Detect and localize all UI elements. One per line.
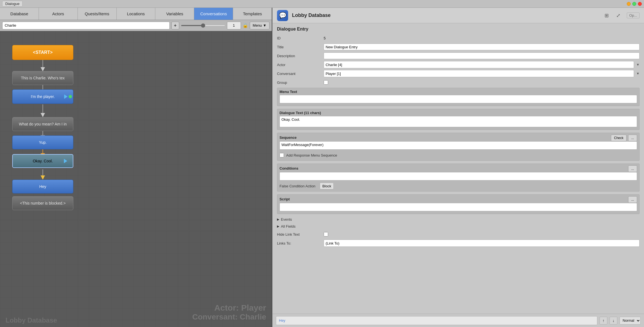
dialogue-text-section: Dialogue Text (11 chars) Okay. Cool. xyxy=(277,109,640,130)
description-input[interactable] xyxy=(324,52,640,59)
scroll-up-btn[interactable]: ↑ xyxy=(600,317,607,325)
field-id: ID 5 xyxy=(277,34,640,42)
bottom-text-field[interactable]: Hey xyxy=(276,316,597,325)
header-icons: ⊞ ⤢ xyxy=(602,11,623,20)
false-condition-row: False Condition Action Block xyxy=(279,182,637,190)
field-title: Title xyxy=(277,43,640,51)
sequence-extra-btn[interactable]: ... xyxy=(628,135,637,141)
tab-conversations[interactable]: Conversations xyxy=(194,8,233,20)
actor-label: Actor xyxy=(277,63,321,67)
indicator-icon-2 xyxy=(64,159,67,163)
app-title: Lobby Database xyxy=(292,12,598,18)
dialogue-canvas[interactable]: ★ <START> This is Charlie. Who's tex I'm… xyxy=(0,31,272,327)
main-container: Database Actors Quests/Items Locations V… xyxy=(0,8,644,327)
indicator-icon xyxy=(64,94,68,99)
hide-link-text-row: Hide Link Text xyxy=(277,231,640,238)
false-condition-label: False Condition Action xyxy=(279,184,315,188)
all-fields-arrow-icon: ▶ xyxy=(277,225,279,228)
field-actor: Actor Charlie [4] ▼ xyxy=(277,61,640,68)
tab-database[interactable]: Database xyxy=(0,8,39,20)
close-btn[interactable] xyxy=(638,2,642,6)
svg-marker-9 xyxy=(41,113,45,117)
svg-marker-7 xyxy=(41,67,45,71)
node-player-4[interactable]: Yup. xyxy=(12,135,73,149)
tab-bar: Database Actors Quests/Items Locations V… xyxy=(0,8,272,20)
sequence-input[interactable]: WaitForMessage(Forever) xyxy=(279,141,637,150)
title-bar: Dialogue xyxy=(0,0,644,8)
conversant-dropdown-icon: ▼ xyxy=(636,72,640,76)
all-fields-expand[interactable]: ▶ All Fields xyxy=(277,224,640,229)
script-input[interactable] xyxy=(279,203,637,211)
events-label: Events xyxy=(281,217,292,222)
node-player-6[interactable]: Hey xyxy=(12,180,73,193)
check-btn[interactable]: Check xyxy=(611,135,626,141)
conditions-header: Conditions ... xyxy=(279,165,637,172)
node-npc-1[interactable]: This is Charlie. Who's tex xyxy=(12,71,73,85)
grid-icon[interactable]: ⊞ xyxy=(602,11,611,20)
lock-icon: 🔒 xyxy=(243,23,248,28)
section-title: Dialogue Entry xyxy=(277,27,640,32)
zoom-slider[interactable] xyxy=(181,25,225,26)
group-label: Group xyxy=(277,81,321,85)
expand-icon[interactable]: ⤢ xyxy=(614,11,623,20)
add-response-label: Add Response Menu Sequence xyxy=(286,153,337,157)
normal-select[interactable]: Normal xyxy=(620,317,641,325)
conversant-select[interactable]: Player [1] xyxy=(324,70,634,77)
script-header: Script ... xyxy=(279,196,637,203)
conversation-select[interactable]: Charlie xyxy=(2,22,170,29)
links-to-select[interactable]: (Link To) xyxy=(324,240,640,247)
right-panel: 💬 Lobby Database ⊞ ⤢ Op... Dialogue Entr… xyxy=(272,8,644,327)
svg-marker-12 xyxy=(41,175,45,180)
actor-dropdown-icon: ▼ xyxy=(636,63,640,67)
description-label: Description xyxy=(277,54,321,58)
dialogue-text-title: Dialogue Text (11 chars) xyxy=(279,111,637,115)
tab-quests[interactable]: Quests/Items xyxy=(78,8,117,20)
tab-locations[interactable]: Locations xyxy=(117,8,156,20)
conversant-label: Conversant xyxy=(277,72,321,76)
node-player-2[interactable]: I'm the player. xyxy=(12,89,73,104)
node-blocked-7[interactable]: <This number is blocked.> xyxy=(12,196,73,210)
tab-templates[interactable]: Templates xyxy=(233,8,272,20)
tab-actors[interactable]: Actors xyxy=(39,8,78,20)
app-title-label: Dialogue xyxy=(2,1,23,7)
toolbar: Charlie + 1 🔒 Menu ▼ xyxy=(0,20,272,31)
conditions-input[interactable] xyxy=(279,172,637,180)
menu-text-input[interactable] xyxy=(279,95,637,103)
minimize-btn[interactable] xyxy=(627,2,631,6)
tab-variables[interactable]: Variables xyxy=(155,8,194,20)
node-selected-5[interactable]: Okay. Cool. xyxy=(12,154,73,168)
sequence-section: Sequence Check ... WaitForMessage(Foreve… xyxy=(277,133,640,161)
group-checkbox[interactable] xyxy=(324,80,328,85)
script-extra-btn[interactable]: ... xyxy=(628,196,637,203)
scroll-down-btn[interactable]: ↓ xyxy=(610,317,617,325)
id-label: ID xyxy=(277,36,321,40)
watermark-right: Actor: Player Conversant: Charlie xyxy=(192,303,266,321)
node-npc-3[interactable]: What do you mean? Am I in xyxy=(12,117,73,131)
node-start[interactable]: <START> xyxy=(12,45,73,60)
maximize-btn[interactable] xyxy=(632,2,636,6)
hide-link-label: Hide Link Text xyxy=(277,232,321,237)
menu-text-title: Menu Text xyxy=(279,90,637,94)
dialogue-text-input[interactable]: Okay. Cool. xyxy=(279,116,637,127)
title-input[interactable] xyxy=(324,44,640,50)
options-btn[interactable]: Op... xyxy=(627,12,640,18)
actor-select[interactable]: Charlie [4] xyxy=(324,61,634,68)
zoom-value: 1 xyxy=(227,22,241,29)
menu-text-section: Menu Text xyxy=(277,88,640,106)
title-label: Title xyxy=(277,45,321,49)
add-conversation-btn[interactable]: + xyxy=(171,22,179,29)
conditions-extra-btn[interactable]: ... xyxy=(628,165,637,172)
sequence-header: Sequence Check ... xyxy=(279,135,637,141)
conditions-section: Conditions ... False Condition Action Bl… xyxy=(277,164,640,192)
conditions-title: Conditions xyxy=(279,166,626,170)
events-expand[interactable]: ▶ Events xyxy=(277,217,640,222)
add-response-checkbox[interactable] xyxy=(279,153,284,157)
menu-btn[interactable]: Menu ▼ xyxy=(250,22,269,29)
right-content: Dialogue Entry ID 5 Title Description Ac… xyxy=(273,23,644,314)
hide-link-checkbox[interactable] xyxy=(324,232,328,237)
script-title: Script xyxy=(279,197,626,201)
status-dot xyxy=(69,95,72,98)
links-to-label: Links To: xyxy=(277,241,321,245)
sequence-title: Sequence xyxy=(279,135,609,140)
right-header: 💬 Lobby Database ⊞ ⤢ Op... xyxy=(273,8,644,23)
